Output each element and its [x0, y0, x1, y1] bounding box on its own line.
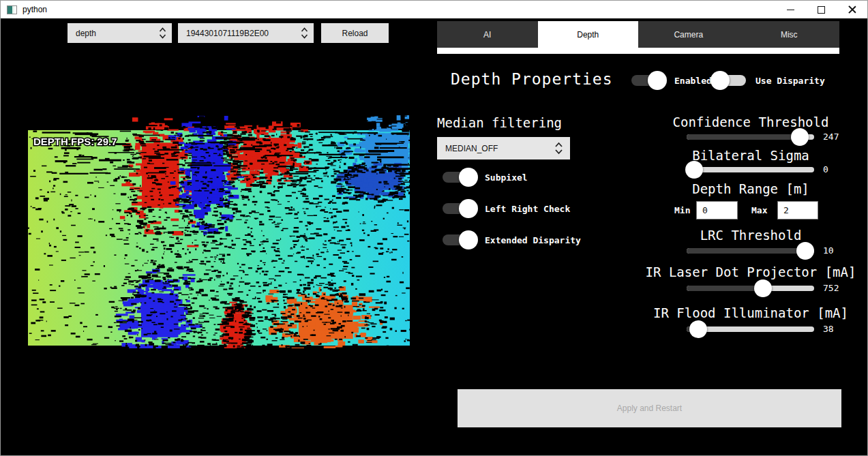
close-icon	[848, 5, 856, 14]
slider-track	[687, 167, 814, 172]
depth-range-max-input[interactable]	[777, 201, 818, 219]
slider-knob[interactable]	[685, 161, 703, 179]
title-bar: python	[1, 1, 867, 18]
slider-value: 752	[823, 283, 839, 293]
ir-flood-slider[interactable]: 38	[687, 320, 814, 338]
tab-misc[interactable]: Misc	[739, 21, 840, 48]
median-dropdown-value: MEDIAN_OFF	[445, 144, 498, 153]
use-disparity-toggle[interactable]	[712, 71, 750, 90]
subpixel-toggle[interactable]	[443, 168, 481, 187]
ir-laser-label: IR Laser Dot Projector [mA]	[642, 264, 860, 279]
toggle-knob	[459, 168, 478, 187]
app-window: python depth 1944301071119B2E00 Reload A…	[0, 0, 868, 456]
maximize-button[interactable]	[806, 1, 837, 18]
panel-title: Depth Properties	[451, 70, 613, 88]
extended-disparity-toggle[interactable]	[443, 230, 481, 249]
subpixel-toggle-label: Subpixel	[485, 172, 528, 183]
confidence-threshold-slider[interactable]: 247	[687, 128, 814, 146]
tab-depth[interactable]: Depth	[538, 21, 639, 48]
slider-track	[687, 286, 814, 291]
reload-button-label: Reload	[342, 29, 368, 38]
bilateral-sigma-slider[interactable]: 0	[687, 161, 814, 179]
toggle-knob	[648, 71, 667, 90]
toggle-knob	[459, 199, 478, 218]
app-icon	[7, 5, 17, 14]
slider-knob[interactable]	[689, 320, 707, 338]
minimize-icon	[787, 10, 794, 10]
depth-range-min-label: Min	[674, 205, 690, 215]
device-select-value: 1944301071119B2E00	[186, 29, 269, 38]
ir-flood-label: IR Flood Illuminator [mA]	[642, 305, 860, 320]
stream-select-value: depth	[76, 29, 96, 38]
slider-value: 247	[823, 132, 839, 142]
slider-knob[interactable]	[796, 242, 814, 260]
lrc-threshold-slider[interactable]: 10	[687, 242, 814, 260]
device-select-dropdown[interactable]: 1944301071119B2E00	[178, 23, 314, 43]
median-dropdown[interactable]: MEDIAN_OFF	[437, 137, 570, 159]
depth-preview	[28, 115, 410, 348]
minimize-button[interactable]	[775, 1, 806, 18]
reload-button[interactable]: Reload	[321, 23, 389, 43]
close-button[interactable]	[837, 1, 867, 18]
depth-range-max-label: Max	[751, 205, 767, 215]
tab-bar: AI Depth Camera Misc	[437, 21, 839, 48]
left-right-check-toggle[interactable]	[443, 199, 481, 218]
slider-fill	[687, 286, 763, 291]
slider-fill	[687, 134, 800, 140]
slider-knob[interactable]	[754, 279, 772, 297]
chevron-updown-icon	[159, 27, 166, 39]
confidence-threshold-label: Confidence Threshold	[642, 115, 860, 130]
window-controls	[775, 1, 867, 18]
tab-ai[interactable]: AI	[437, 21, 538, 48]
tab-active-strip	[437, 48, 839, 54]
slider-track	[687, 248, 814, 254]
chevron-updown-icon	[301, 27, 308, 39]
slider-value: 0	[823, 164, 828, 174]
slider-value: 38	[823, 324, 834, 334]
toggle-knob	[459, 230, 478, 249]
slider-fill	[687, 248, 805, 254]
depth-range-min-input[interactable]	[696, 201, 738, 219]
toggle-knob	[710, 71, 730, 90]
enabled-toggle-label: Enabled	[674, 76, 712, 86]
left-right-check-toggle-label: Left Right Check	[485, 204, 570, 214]
tab-camera[interactable]: Camera	[638, 21, 739, 48]
slider-knob[interactable]	[791, 128, 809, 146]
window-title: python	[23, 5, 47, 14]
slider-value: 10	[823, 245, 834, 256]
chevron-updown-icon	[554, 142, 563, 155]
median-filtering-label: Median filtering	[437, 115, 562, 130]
enabled-toggle[interactable]	[631, 71, 670, 90]
extended-disparity-toggle-label: Extended Disparity	[485, 235, 581, 245]
maximize-icon	[818, 6, 825, 14]
lrc-threshold-label: LRC Threshold	[642, 228, 860, 243]
depth-range-label: Depth Range [m]	[642, 181, 860, 196]
apply-and-restart-button[interactable]: Apply and Restart	[458, 389, 841, 427]
use-disparity-toggle-label: Use Disparity	[755, 76, 825, 86]
stream-select-dropdown[interactable]: depth	[68, 23, 172, 43]
ir-laser-slider[interactable]: 752	[687, 279, 814, 297]
